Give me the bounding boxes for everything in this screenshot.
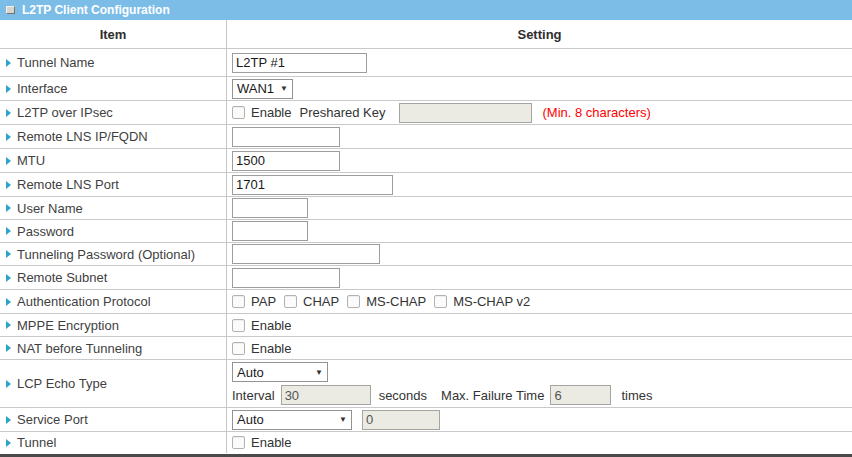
row-remote-lns-port: Remote LNS Port <box>0 172 852 196</box>
item-label: Interface <box>17 81 68 96</box>
bullet-icon <box>6 298 11 306</box>
lcp-echo-type-select[interactable]: Auto ▼ <box>232 362 328 382</box>
bullet-icon <box>6 204 11 212</box>
item-label: Tunnel <box>17 435 56 450</box>
item-label: Tunneling Password (Optional) <box>17 247 195 262</box>
row-interface: Interface WAN1 ▼ <box>0 76 852 100</box>
table-header-row: Item Setting <box>0 20 852 48</box>
item-label: L2TP over IPsec <box>17 105 113 120</box>
row-tunnel: Tunnel Enable <box>0 431 852 453</box>
bullet-icon <box>6 227 11 235</box>
interface-select[interactable]: WAN1 ▼ <box>232 79 293 99</box>
service-port-select-value: Auto <box>237 412 264 427</box>
lcp-max-failure-input <box>550 385 611 405</box>
chap-checkbox[interactable] <box>284 295 297 308</box>
remote-subnet-input[interactable] <box>232 268 340 288</box>
tunnel-enable-checkbox[interactable] <box>232 436 245 449</box>
pap-checkbox[interactable] <box>232 295 245 308</box>
mppe-enable-checkbox[interactable] <box>232 319 245 332</box>
nat-enable-checkbox[interactable] <box>232 342 245 355</box>
chevron-down-icon: ▼ <box>339 415 347 424</box>
item-label: MPPE Encryption <box>17 318 119 333</box>
item-label: Remote LNS Port <box>17 177 119 192</box>
ms-chap-label: MS-CHAP <box>366 294 426 309</box>
lcp-interval-unit: seconds <box>379 388 427 403</box>
panel-titlebar: L2TP Client Configuration <box>0 0 852 20</box>
lcp-echo-type-select-value: Auto <box>237 365 264 380</box>
pap-label: PAP <box>251 294 276 309</box>
bullet-icon <box>6 250 11 258</box>
item-label: Tunnel Name <box>17 55 95 70</box>
enable-preshared-checkbox[interactable] <box>232 106 245 119</box>
row-tunneling-password: Tunneling Password (Optional) <box>0 242 852 265</box>
item-label: LCP Echo Type <box>17 376 107 391</box>
preshared-key-label: Preshared Key <box>299 105 385 120</box>
password-input[interactable] <box>232 221 308 241</box>
service-port-number-input <box>362 410 440 430</box>
remote-lns-port-input[interactable] <box>232 175 393 195</box>
item-label: Authentication Protocol <box>17 294 151 309</box>
preshared-key-hint: (Min. 8 characters) <box>542 105 650 120</box>
lcp-interval-input <box>281 385 371 405</box>
bullet-icon <box>6 59 11 67</box>
header-item: Item <box>0 20 227 48</box>
lcp-max-failure-label: Max. Failure Time <box>441 388 544 403</box>
tunnel-name-input[interactable] <box>232 53 367 73</box>
row-l2tp-over-ipsec: L2TP over IPsec Enable Preshared Key (Mi… <box>0 100 852 124</box>
mppe-enable-label: Enable <box>251 318 291 333</box>
bullet-icon <box>6 85 11 93</box>
row-lcp-echo-type: LCP Echo Type Auto ▼ Interval seconds Ma… <box>0 359 852 407</box>
item-label: Remote Subnet <box>17 270 107 285</box>
row-remote-lns-ip: Remote LNS IP/FQDN <box>0 124 852 148</box>
bullet-icon <box>6 416 11 424</box>
ms-chap-v2-checkbox[interactable] <box>434 295 447 308</box>
interface-select-value: WAN1 <box>237 81 274 96</box>
bullet-icon <box>6 321 11 329</box>
bullet-icon <box>6 181 11 189</box>
remote-lns-ip-input[interactable] <box>232 127 340 147</box>
bullet-icon <box>6 380 11 388</box>
nat-enable-label: Enable <box>251 341 291 356</box>
item-label: Password <box>17 224 74 239</box>
bullet-icon <box>6 133 11 141</box>
row-service-port: Service Port Auto ▼ <box>0 407 852 431</box>
chevron-down-icon: ▼ <box>280 84 288 93</box>
service-port-select[interactable]: Auto ▼ <box>232 410 352 430</box>
panel-title: L2TP Client Configuration <box>22 3 170 17</box>
row-authentication-protocol: Authentication Protocol PAP CHAP MS-CHAP… <box>0 289 852 313</box>
tunnel-enable-label: Enable <box>251 435 291 450</box>
bullet-icon <box>6 157 11 165</box>
user-name-input[interactable] <box>232 198 308 218</box>
item-label: User Name <box>17 201 83 216</box>
item-label: NAT before Tunneling <box>17 341 142 356</box>
chap-label: CHAP <box>303 294 339 309</box>
tunneling-password-input[interactable] <box>232 244 380 264</box>
bullet-icon <box>6 439 11 447</box>
panel-toggle-icon[interactable] <box>6 6 15 14</box>
ms-chap-v2-label: MS-CHAP v2 <box>453 294 530 309</box>
mtu-input[interactable] <box>232 151 340 171</box>
header-setting: Setting <box>227 20 852 48</box>
row-user-name: User Name <box>0 196 852 219</box>
bullet-icon <box>6 274 11 282</box>
l2tp-client-configuration-panel: L2TP Client Configuration Item Setting T… <box>0 0 852 457</box>
row-mppe-encryption: MPPE Encryption Enable <box>0 313 852 336</box>
lcp-failure-unit: times <box>621 388 652 403</box>
item-label: MTU <box>17 153 45 168</box>
enable-label: Enable <box>251 105 291 120</box>
item-label: Service Port <box>17 412 88 427</box>
ms-chap-checkbox[interactable] <box>347 295 360 308</box>
row-tunnel-name: Tunnel Name <box>0 48 852 76</box>
chevron-down-icon: ▼ <box>315 368 323 377</box>
bullet-icon <box>6 109 11 117</box>
row-password: Password <box>0 219 852 242</box>
preshared-key-input <box>399 103 532 123</box>
row-remote-subnet: Remote Subnet <box>0 265 852 289</box>
row-mtu: MTU <box>0 148 852 172</box>
lcp-interval-label: Interval <box>232 388 275 403</box>
item-label: Remote LNS IP/FQDN <box>17 129 148 144</box>
bullet-icon <box>6 344 11 352</box>
row-nat-before-tunneling: NAT before Tunneling Enable <box>0 336 852 359</box>
